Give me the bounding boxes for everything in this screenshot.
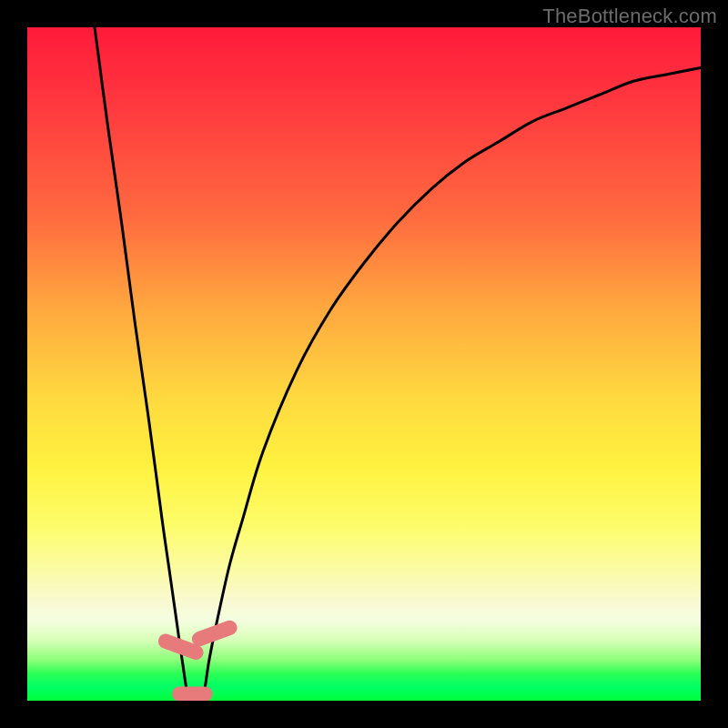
bottleneck-curve — [95, 27, 701, 701]
chart-frame: TheBottleneck.com — [0, 0, 728, 728]
watermark-text: TheBottleneck.com — [542, 5, 717, 28]
bottom-marker — [172, 686, 212, 701]
left-marker — [157, 632, 206, 662]
curve-layer — [27, 27, 701, 701]
plot-area — [27, 27, 701, 701]
right-marker — [190, 618, 239, 648]
